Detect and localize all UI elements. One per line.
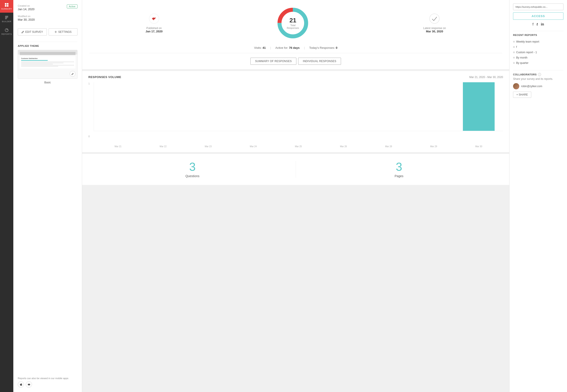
active-value: 76 days: [289, 46, 300, 49]
created-date: Jan 14, 2020: [18, 8, 34, 11]
report-item[interactable]: f: [513, 44, 564, 50]
android-icon: [28, 383, 30, 386]
sidebar-label-reports: REPORTS: [1, 33, 12, 35]
questions-number: 3: [89, 161, 296, 172]
chart-bar-group: [141, 82, 186, 131]
chart-x-label: Mar 21: [95, 145, 141, 148]
collab-email: robin@zylker.com: [521, 85, 542, 88]
chart-card: RESPONSES VOLUME Mar 21, 2020 - Mar 30, …: [82, 71, 509, 152]
recent-reports-section: RECENT REPORTS Weekly team reportfCustom…: [513, 34, 564, 66]
report-dot: [513, 51, 515, 53]
individual-responses-button[interactable]: INDIVIDUAL RESPONSES: [298, 58, 341, 65]
sidebar-item-summary[interactable]: SUMMARY: [0, 0, 13, 13]
collab-desc: Share your survey and its reports.: [513, 77, 564, 81]
chart-title: RESPONSES VOLUME: [88, 75, 121, 79]
settings-button[interactable]: SETTINGS: [49, 28, 78, 35]
chart-bar: [463, 82, 494, 131]
published-stat: Published on Jan 17, 2020: [146, 13, 163, 33]
action-buttons: EDIT SURVEY SETTINGS: [18, 28, 77, 35]
chart-bars-container: [94, 82, 503, 131]
chart-bar-group: [366, 82, 411, 131]
sidebar-item-builder[interactable]: BUILDER: [0, 13, 13, 25]
chart-x-label: Mar 30: [456, 145, 501, 148]
svg-rect-4: [5, 16, 8, 16]
linkedin-link[interactable]: in: [541, 22, 544, 26]
checkmark-icon: [429, 13, 440, 24]
total-responses-number: 21: [287, 17, 299, 24]
report-item[interactable]: By quarter: [513, 60, 564, 66]
chart-bar-group: [411, 82, 456, 131]
svg-rect-7: [5, 19, 7, 19]
modified-date: Mar 30, 2020: [18, 18, 77, 21]
visits-text: Visits: 41: [254, 46, 266, 49]
response-buttons: SUMMARY OF RESPONSES INDIVIDUAL RESPONSE…: [89, 57, 502, 65]
svg-rect-3: [7, 5, 8, 7]
y-label-top: 1: [88, 82, 90, 85]
preview-header: [20, 52, 75, 55]
chart-x-label: Mar 22: [141, 145, 186, 148]
status-badge: Active: [67, 4, 77, 8]
collab-info-icon[interactable]: i: [538, 73, 541, 76]
chart-bar-group: [456, 82, 501, 131]
share-button[interactable]: + SHARE: [513, 92, 531, 98]
edit-icon: [22, 31, 24, 33]
stats-row: Published on Jan 17, 2020 21 Total Respo…: [89, 5, 502, 41]
chart-header: RESPONSES VOLUME Mar 21, 2020 - Mar 30, …: [88, 75, 503, 79]
preview-line-5: [21, 66, 58, 67]
theme-preview-inner: Customer Satisfaction: [18, 50, 77, 79]
access-button[interactable]: ACCESS: [513, 13, 564, 20]
sidebar-label-summary: SUMMARY: [1, 8, 12, 10]
paper-plane-icon: [149, 13, 159, 24]
svg-point-16: [430, 14, 439, 24]
apple-app-button[interactable]: [18, 381, 24, 388]
report-dot: [513, 62, 515, 64]
created-row: Created on Jan 14, 2020 Active: [18, 4, 77, 12]
top-stats-card: Published on Jan 17, 2020 21 Total Respo…: [82, 0, 509, 69]
report-label: f: [516, 45, 517, 49]
facebook-link[interactable]: f: [533, 22, 534, 26]
social-links: f t in: [513, 22, 564, 26]
avatar: [513, 83, 519, 89]
latest-icon-container: [423, 13, 446, 25]
collaborators-title: COLLABORATORS: [513, 73, 537, 76]
report-label: Custom report - 1: [516, 51, 537, 54]
summary-responses-button[interactable]: SUMMARY OF RESPONSES: [250, 58, 296, 65]
responses-label: Responses: [287, 27, 299, 29]
todays-text: Today's Responses: 0: [309, 46, 337, 49]
report-item[interactable]: Custom report - 1: [513, 50, 564, 55]
total-label: Total: [287, 24, 299, 27]
android-app-button[interactable]: [26, 381, 32, 388]
created-label: Created on: [18, 4, 34, 7]
chart-bar-group: [96, 82, 141, 131]
svg-point-9: [55, 31, 56, 32]
svg-point-12: [29, 384, 29, 384]
published-label: Published on: [146, 27, 163, 30]
right-panel: ACCESS f t in RECENT REPORTS Weekly team…: [509, 0, 567, 392]
svg-rect-6: [5, 18, 7, 18]
sidebar-item-reports[interactable]: REPORTS: [0, 25, 13, 38]
todays-value: 0: [336, 46, 337, 49]
collaborators-section: COLLABORATORS i Share your survey and it…: [513, 73, 564, 98]
sidebar: SUMMARY BUILDER REPORTS: [0, 0, 13, 392]
svg-rect-1: [7, 3, 8, 5]
divider-right-2: [513, 70, 564, 70]
preview-line-2: [21, 63, 63, 63]
recent-reports-title: RECENT REPORTS: [513, 34, 564, 36]
visits-row: Visits: 41 | Active for: 76 days | Today…: [89, 46, 502, 53]
chart-bar-group: [276, 82, 321, 131]
bottom-stats-card: 3 Questions 3 Pages: [82, 154, 509, 185]
apple-icon: [19, 383, 22, 386]
collab-title-row: COLLABORATORS i: [513, 73, 564, 76]
twitter-link[interactable]: t: [537, 22, 538, 26]
y-label-bottom: 0: [88, 135, 90, 138]
report-item[interactable]: Weekly team report: [513, 39, 564, 44]
svg-rect-5: [5, 17, 8, 17]
report-item[interactable]: By month: [513, 55, 564, 60]
survey-url-input[interactable]: [513, 3, 564, 10]
theme-edit-button[interactable]: [70, 71, 75, 77]
reports-list: Weekly team reportfCustom report - 1By m…: [513, 39, 564, 66]
latest-stat: Latest response on Mar 30, 2020: [423, 13, 446, 33]
main-content: Published on Jan 17, 2020 21 Total Respo…: [82, 0, 509, 392]
edit-survey-button[interactable]: EDIT SURVEY: [18, 28, 47, 35]
chart-date-range: Mar 21, 2020 - Mar 30, 2020: [469, 76, 503, 79]
